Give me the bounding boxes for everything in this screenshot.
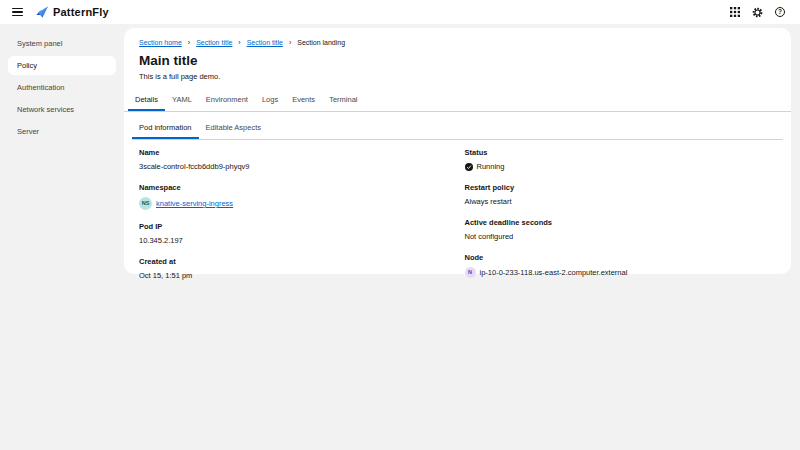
tab-environment[interactable]: Environment	[199, 89, 255, 111]
tab-yaml[interactable]: YAML	[165, 89, 199, 111]
node-name: ip-10-0-233-118.us-east-2.computer.exter…	[480, 268, 628, 277]
nav-toggle-button[interactable]	[10, 6, 25, 18]
detail-label: Node	[465, 253, 784, 262]
app-root: PatternFly ? System	[0, 0, 800, 450]
tab-pod-information[interactable]: Pod information	[132, 117, 199, 139]
details-column-right: Status Running Restart p	[458, 148, 784, 292]
page-subtitle: This is a full page demo.	[139, 72, 783, 81]
breadcrumb-current: Section landing	[297, 39, 345, 46]
detail-value: Running	[465, 162, 784, 171]
patternfly-logo-icon	[35, 5, 49, 19]
node-badge: N	[465, 267, 476, 278]
detail-label: Namespace	[139, 183, 458, 192]
brand-name: PatternFly	[53, 6, 109, 18]
chevron-right-icon: ›	[289, 39, 291, 46]
detail-label: Restart policy	[465, 183, 784, 192]
detail-group-name: Name 3scale-control-fccb6ddb9-phyqv9	[139, 148, 458, 171]
sidebar-item-system-panel[interactable]: System panel	[8, 34, 116, 53]
detail-label: Pod IP	[139, 222, 458, 231]
breadcrumb: Section home › Section title › Section t…	[139, 39, 783, 46]
tab-events[interactable]: Events	[285, 89, 322, 111]
detail-label: Created at	[139, 257, 458, 266]
gear-icon	[752, 7, 763, 18]
detail-label: Name	[139, 148, 458, 157]
app-launcher-button[interactable]	[729, 6, 741, 18]
namespace-badge: NS	[139, 197, 152, 210]
settings-button[interactable]	[751, 6, 764, 19]
detail-group-created-at: Created at Oct 15, 1:51 pm	[139, 257, 458, 280]
detail-group-active-deadline: Active deadline seconds Not configured	[465, 218, 784, 241]
detail-value: NS knative-serving-ingress	[139, 197, 458, 210]
status-text: Running	[477, 162, 505, 171]
sidebar-item-network-services[interactable]: Network services	[8, 100, 116, 119]
tab-logs[interactable]: Logs	[255, 89, 285, 111]
detail-group-pod-ip: Pod IP 10.345.2.197	[139, 222, 458, 245]
sidebar-item-authentication[interactable]: Authentication	[8, 78, 116, 97]
secondary-tabs: Pod information Editable Aspects	[132, 117, 783, 140]
breadcrumb-link[interactable]: Section title	[247, 39, 283, 46]
masthead: PatternFly ?	[0, 0, 800, 24]
sidebar: System panel Policy Authentication Netwo…	[0, 24, 124, 144]
detail-group-node: Node N ip-10-0-233-118.us-east-2.compute…	[465, 253, 784, 278]
tab-terminal[interactable]: Terminal	[322, 89, 364, 111]
masthead-actions: ?	[729, 6, 788, 19]
detail-value: 10.345.2.197	[139, 236, 458, 245]
brand: PatternFly	[35, 5, 109, 19]
chevron-right-icon: ›	[188, 39, 190, 46]
help-button[interactable]: ?	[774, 6, 786, 18]
breadcrumb-link[interactable]: Section title	[196, 39, 232, 46]
check-circle-icon	[465, 163, 473, 171]
page-title: Main title	[139, 53, 783, 68]
question-circle-icon: ?	[775, 7, 785, 17]
detail-value: Not configured	[465, 232, 784, 241]
page-body: System panel Policy Authentication Netwo…	[0, 24, 800, 450]
detail-label: Status	[465, 148, 784, 157]
detail-value: Always restart	[465, 197, 784, 206]
main-panel: Section home › Section title › Section t…	[124, 28, 791, 274]
hamburger-icon	[12, 8, 23, 9]
detail-value: 3scale-control-fccb6ddb9-phyqv9	[139, 162, 458, 171]
detail-group-namespace: Namespace NS knative-serving-ingress	[139, 183, 458, 210]
detail-group-status: Status Running	[465, 148, 784, 171]
sidebar-item-server[interactable]: Server	[8, 122, 116, 141]
sidebar-item-policy[interactable]: Policy	[8, 56, 116, 75]
chevron-right-icon: ›	[238, 39, 240, 46]
details-list: Name 3scale-control-fccb6ddb9-phyqv9 Nam…	[132, 148, 783, 292]
tab-editable-aspects[interactable]: Editable Aspects	[199, 117, 268, 139]
namespace-link[interactable]: knative-serving-ingress	[156, 199, 233, 208]
tab-details[interactable]: Details	[128, 89, 165, 111]
details-column-left: Name 3scale-control-fccb6ddb9-phyqv9 Nam…	[132, 148, 458, 292]
grid-icon	[730, 7, 740, 17]
primary-tabs: Details YAML Environment Logs Events Ter…	[124, 89, 791, 112]
breadcrumb-link[interactable]: Section home	[139, 39, 182, 46]
detail-value: N ip-10-0-233-118.us-east-2.computer.ext…	[465, 267, 784, 278]
detail-group-restart-policy: Restart policy Always restart	[465, 183, 784, 206]
detail-value: Oct 15, 1:51 pm	[139, 271, 458, 280]
detail-label: Active deadline seconds	[465, 218, 784, 227]
